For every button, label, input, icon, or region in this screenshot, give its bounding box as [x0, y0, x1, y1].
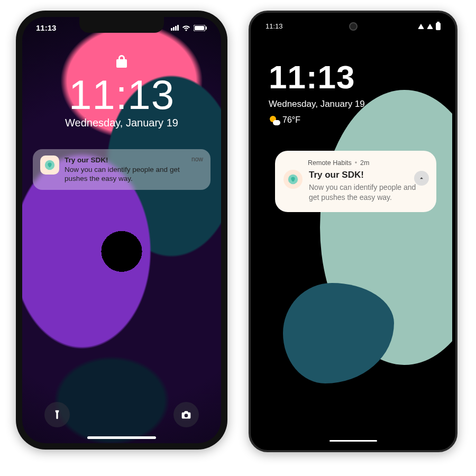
camera-button[interactable] — [173, 402, 199, 427]
android-notification[interactable]: Remote Habits • 2m Try our SDK! Now you … — [275, 151, 436, 212]
android-frame: 11:13 11:13 Wednesday, January 19 76°F R… — [249, 11, 457, 452]
android-home-indicator[interactable] — [329, 440, 377, 442]
android-lock-time: 11:13 — [269, 58, 365, 96]
ios-lock-header: 11:13 Wednesday, January 19 — [22, 54, 221, 129]
weather-icon — [269, 115, 279, 125]
iphone-screen: 11:13 11:13 Wednesday, January 19 Try ou… — [22, 17, 221, 443]
notification-app-icon — [40, 155, 59, 175]
notification-app-icon — [283, 170, 303, 189]
ios-home-indicator[interactable] — [87, 436, 156, 439]
svg-rect-1 — [195, 26, 204, 30]
android-status-time: 11:13 — [266, 22, 283, 30]
ios-notification-body: Now you can identify people and get push… — [65, 165, 203, 184]
cellular-signal-icon — [427, 24, 433, 29]
android-status-bar: 11:13 — [254, 22, 452, 30]
android-temperature: 76°F — [282, 115, 300, 125]
wifi-icon — [418, 24, 424, 29]
expand-button[interactable] — [414, 171, 429, 186]
svg-rect-2 — [206, 26, 207, 30]
iphone-frame: 11:13 11:13 Wednesday, January 19 Try ou… — [16, 11, 227, 450]
android-screen: 11:13 11:13 Wednesday, January 19 76°F R… — [254, 16, 452, 447]
android-lock-date: Wednesday, January 19 — [269, 99, 365, 109]
ios-lock-date: Wednesday, January 19 — [65, 117, 178, 129]
android-notification-title: Try our SDK! — [309, 170, 425, 180]
android-weather: 76°F — [269, 115, 365, 125]
ios-lock-time: 11:13 — [69, 71, 175, 119]
flashlight-button[interactable] — [44, 402, 70, 427]
android-notification-age: 2m — [360, 159, 369, 167]
ios-notification[interactable]: Try our SDK! Now you can identify people… — [33, 149, 210, 190]
battery-icon — [436, 23, 441, 30]
ios-notification-time: now — [191, 155, 203, 163]
android-notification-body: Now you can identify people and get push… — [309, 182, 425, 203]
ios-status-time: 11:13 — [36, 23, 56, 32]
chevron-up-icon — [418, 175, 425, 182]
cellular-signal-icon — [171, 25, 179, 31]
ios-status-bar: 11:13 — [22, 23, 221, 32]
wifi-icon — [182, 25, 190, 31]
ios-notification-title: Try our SDK! — [65, 155, 203, 165]
android-lock-header: 11:13 Wednesday, January 19 76°F — [269, 58, 365, 125]
lock-icon — [116, 54, 127, 69]
android-notification-app-name: Remote Habits — [308, 159, 352, 167]
battery-icon — [194, 25, 207, 31]
separator-dot: • — [355, 159, 357, 167]
